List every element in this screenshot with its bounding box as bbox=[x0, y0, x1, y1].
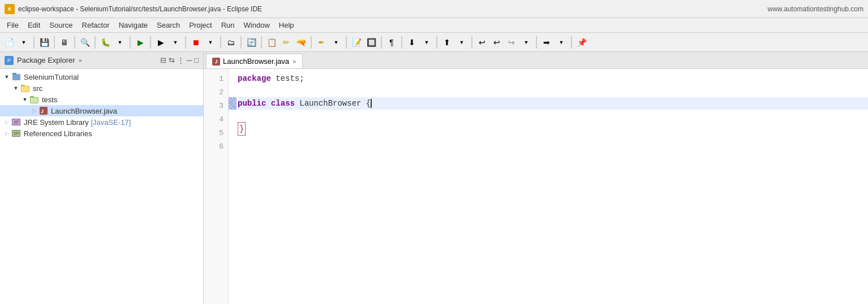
para-btn[interactable]: ¶ bbox=[385, 36, 398, 49]
editor-tab-label: LaunchBrowser.java bbox=[223, 57, 289, 66]
editor-area: J LaunchBrowser.java × 1 2 3 4 5 6 packa… bbox=[204, 52, 868, 304]
pin-btn[interactable]: 📌 bbox=[575, 36, 588, 49]
pe-collapse-btn[interactable]: ⊟ bbox=[160, 56, 166, 64]
menu-source[interactable]: Source bbox=[45, 20, 77, 31]
menu-navigate[interactable]: Navigate bbox=[114, 20, 152, 31]
menu-window[interactable]: Window bbox=[239, 20, 274, 31]
icon-src bbox=[20, 84, 31, 93]
toolbar-sep-5 bbox=[130, 36, 131, 49]
target-btn[interactable]: 🔫 bbox=[294, 36, 308, 49]
run-btn[interactable]: ▶ bbox=[134, 36, 147, 49]
save-btn[interactable]: 💾 bbox=[37, 36, 51, 49]
menu-run[interactable]: Run bbox=[217, 20, 239, 31]
stop-btn[interactable]: ⏹ bbox=[189, 36, 203, 49]
line-num-5: 5 bbox=[204, 127, 228, 140]
toolbar-sep-9 bbox=[240, 36, 242, 49]
annotation-dropdown-btn[interactable]: ▼ bbox=[329, 36, 343, 49]
nav-up-btn[interactable]: ⬆ bbox=[440, 36, 454, 49]
pe-menu-btn[interactable]: ⋮ bbox=[177, 56, 184, 64]
menu-project[interactable]: Project bbox=[184, 20, 216, 31]
toolbar-sep-14 bbox=[401, 36, 402, 49]
code-content[interactable]: package tests; public class LaunchBrowse… bbox=[229, 69, 868, 304]
toolbar-sep-6 bbox=[150, 36, 151, 49]
forward-dropdown-btn[interactable]: ▼ bbox=[555, 36, 568, 49]
open-task-btn[interactable]: 📋 bbox=[265, 36, 278, 49]
toolbar-sep-16 bbox=[471, 36, 472, 49]
bracket-marker bbox=[229, 97, 237, 110]
run-ext-dropdown-btn[interactable]: ▼ bbox=[169, 36, 182, 49]
svg-rect-0 bbox=[12, 74, 20, 80]
tree-item-jre[interactable]: ▷ JRE System Library [JavaSE-17] bbox=[0, 116, 203, 128]
nav-down-dropdown-btn[interactable]: ▼ bbox=[420, 36, 433, 49]
arrow-jre: ▷ bbox=[2, 119, 11, 125]
editor-tabs: J LaunchBrowser.java × bbox=[204, 52, 868, 69]
arrow-referenced-libs: ▷ bbox=[2, 131, 11, 136]
code-line-1: package tests; bbox=[238, 72, 868, 85]
menu-search[interactable]: Search bbox=[152, 20, 184, 31]
line-num-2: 2 bbox=[204, 86, 228, 99]
menu-refactor[interactable]: Refactor bbox=[78, 20, 114, 31]
tree-item-referenced-libs[interactable]: ▷ Referenced Libraries bbox=[0, 128, 203, 139]
toolbar-sep-17 bbox=[536, 36, 537, 49]
tree-item-seleniumtutorial[interactable]: ▼ SeleniumTutorial bbox=[0, 71, 203, 82]
menu-help[interactable]: Help bbox=[274, 20, 299, 31]
nav-down-btn[interactable]: ⬇ bbox=[405, 36, 419, 49]
tree-item-launchbrowser[interactable]: ▷ J LaunchBrowser.java bbox=[0, 105, 203, 116]
svg-rect-3 bbox=[21, 85, 25, 86]
code-line-2 bbox=[238, 85, 868, 97]
code-line-6 bbox=[238, 136, 868, 148]
stop-dropdown-btn[interactable]: ▼ bbox=[204, 36, 217, 49]
new-project-btn[interactable]: 🗂 bbox=[224, 36, 238, 49]
toolbar-sep-11 bbox=[311, 36, 312, 49]
new-file-btn[interactable]: 📄 bbox=[2, 36, 16, 49]
debug-btn[interactable]: 🐛 bbox=[98, 36, 112, 49]
debug-dropdown-btn[interactable]: ▼ bbox=[113, 36, 127, 49]
back-btn[interactable]: ↩ bbox=[475, 36, 489, 49]
website-text: www.automationtestinghub.com bbox=[768, 5, 863, 13]
code-editor[interactable]: 1 2 3 4 5 6 package tests; bbox=[204, 69, 868, 304]
forward-btn[interactable]: ↩ bbox=[490, 36, 504, 49]
toolbar-sep-10 bbox=[261, 36, 262, 49]
menu-file[interactable]: File bbox=[2, 20, 23, 31]
code-line-3: public class LaunchBrowser { bbox=[238, 97, 868, 110]
svg-rect-4 bbox=[22, 86, 29, 92]
toolbar-sep-12 bbox=[346, 36, 347, 49]
editor-tab-launchbrowser[interactable]: J LaunchBrowser.java × bbox=[206, 54, 303, 68]
toolbar-sep-18 bbox=[571, 36, 572, 49]
pe-maximize-btn[interactable]: □ bbox=[194, 56, 199, 64]
pe-close-btn[interactable]: × bbox=[79, 57, 82, 64]
label-seleniumtutorial: SeleniumTutorial bbox=[24, 73, 79, 81]
editor-tab-close[interactable]: × bbox=[293, 58, 296, 65]
svg-rect-1 bbox=[12, 73, 16, 75]
back-dropdown-btn[interactable]: ▼ bbox=[519, 36, 533, 49]
monitor-btn[interactable]: 🖥 bbox=[58, 36, 71, 49]
tree-item-src[interactable]: ▼ src bbox=[0, 82, 203, 94]
annotation-btn[interactable]: ✒ bbox=[315, 36, 328, 49]
toolbar-sep-2 bbox=[54, 36, 55, 49]
toolbar-sep-3 bbox=[74, 36, 75, 49]
kw-public: public bbox=[238, 97, 266, 110]
app-icon: e bbox=[5, 4, 15, 14]
tree-item-tests[interactable]: ▼ tests bbox=[0, 94, 203, 105]
pen-btn[interactable]: ✏ bbox=[280, 36, 293, 49]
toolbar-sep-15 bbox=[436, 36, 437, 49]
search-btn[interactable]: 🔍 bbox=[78, 36, 92, 49]
main-area: P Package Explorer × ⊟ ⇆ ⋮ ─ □ ▼ Seleniu… bbox=[0, 52, 868, 304]
boxes-btn[interactable]: 🔲 bbox=[364, 36, 378, 49]
highlight-btn[interactable]: 📝 bbox=[350, 36, 363, 49]
pe-minimize-btn[interactable]: ─ bbox=[187, 56, 192, 64]
kw-package: package bbox=[238, 72, 271, 85]
forward-hist-btn[interactable]: ➡ bbox=[540, 36, 553, 49]
run-external-btn[interactable]: ▶ bbox=[154, 36, 167, 49]
nav-up-dropdown-btn[interactable]: ▼ bbox=[455, 36, 469, 49]
line-num-1: 1 bbox=[204, 72, 228, 86]
arrow-tests: ▼ bbox=[20, 97, 29, 102]
back-hist-btn[interactable]: ↪ bbox=[505, 36, 518, 49]
menu-edit[interactable]: Edit bbox=[23, 20, 45, 31]
pe-link-btn[interactable]: ⇆ bbox=[169, 56, 175, 64]
editor-tab-icon: J bbox=[212, 58, 220, 66]
pe-tab-icon: P bbox=[5, 56, 14, 65]
new-dropdown-btn[interactable]: ▼ bbox=[17, 36, 31, 49]
svg-text:J: J bbox=[41, 108, 44, 114]
refresh-btn[interactable]: 🔄 bbox=[244, 36, 258, 49]
